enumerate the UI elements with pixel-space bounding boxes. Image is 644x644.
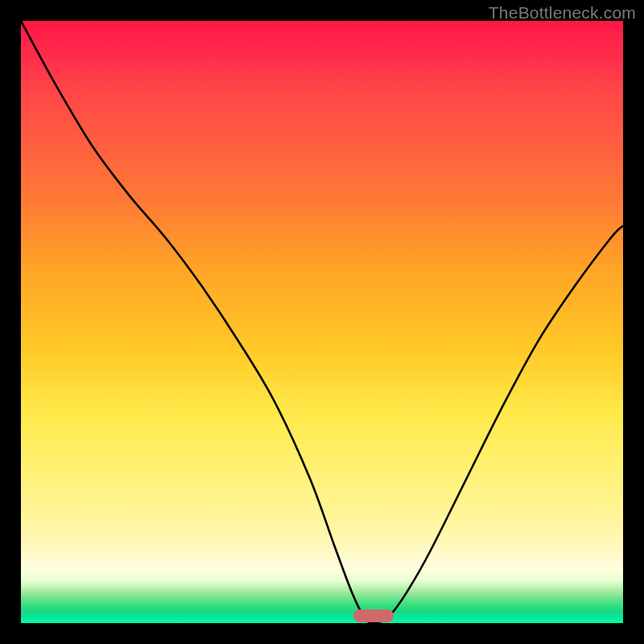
optimal-marker: [353, 609, 394, 622]
attribution-text: TheBottleneck.com: [489, 3, 636, 23]
outer-frame: TheBottleneck.com: [0, 0, 644, 644]
curve-path: [21, 21, 623, 623]
bottleneck-curve: [21, 21, 623, 623]
plot-area: [21, 21, 623, 623]
